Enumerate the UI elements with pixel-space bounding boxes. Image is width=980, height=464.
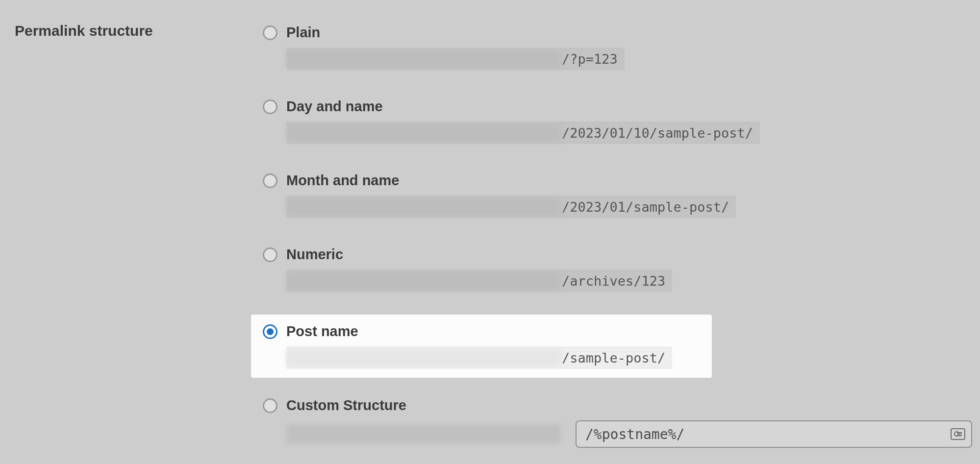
custom-structure-input[interactable]	[576, 420, 972, 448]
option-plain: Plain /?p=123	[255, 19, 980, 79]
blurred-domain	[286, 272, 561, 289]
option-post-name: Post name /sample-post/	[251, 315, 712, 378]
blurred-domain	[286, 198, 561, 215]
radio-day-name[interactable]	[263, 99, 277, 114]
option-month-name: Month and name /2023/01/sample-post/	[255, 167, 980, 227]
example-day-name: /2023/01/10/sample-post/	[286, 122, 760, 144]
example-suffix-post-name: /sample-post/	[562, 350, 665, 366]
example-suffix-numeric: /archives/123	[562, 273, 665, 289]
example-suffix-month-name: /2023/01/sample-post/	[562, 199, 729, 215]
radio-post-name[interactable]	[263, 324, 277, 339]
option-label-numeric[interactable]: Numeric	[286, 246, 343, 263]
example-suffix-plain: /?p=123	[562, 51, 618, 67]
option-label-custom[interactable]: Custom Structure	[286, 397, 406, 414]
option-day-name: Day and name /2023/01/10/sample-post/	[255, 93, 980, 153]
blurred-domain	[286, 124, 561, 141]
example-month-name: /2023/01/sample-post/	[286, 195, 736, 218]
radio-plain[interactable]	[263, 25, 277, 40]
option-label-month-name[interactable]: Month and name	[286, 172, 399, 189]
radio-month-name[interactable]	[263, 173, 277, 188]
blurred-domain	[286, 349, 561, 366]
section-heading: Permalink structure	[15, 19, 255, 39]
blurred-domain	[286, 424, 561, 444]
example-post-name: /sample-post/	[286, 346, 672, 369]
autofill-icon[interactable]	[951, 428, 965, 440]
blurred-domain	[286, 50, 561, 67]
option-custom: Custom Structure	[255, 391, 980, 457]
radio-custom[interactable]	[263, 398, 277, 413]
example-plain: /?p=123	[286, 48, 625, 70]
option-label-day-name[interactable]: Day and name	[286, 98, 383, 115]
option-label-plain[interactable]: Plain	[286, 24, 320, 41]
option-label-post-name[interactable]: Post name	[286, 323, 358, 340]
radio-numeric[interactable]	[263, 247, 277, 262]
example-suffix-day-name: /2023/01/10/sample-post/	[562, 125, 753, 141]
example-numeric: /archives/123	[286, 269, 672, 292]
option-numeric: Numeric /archives/123	[255, 241, 980, 301]
